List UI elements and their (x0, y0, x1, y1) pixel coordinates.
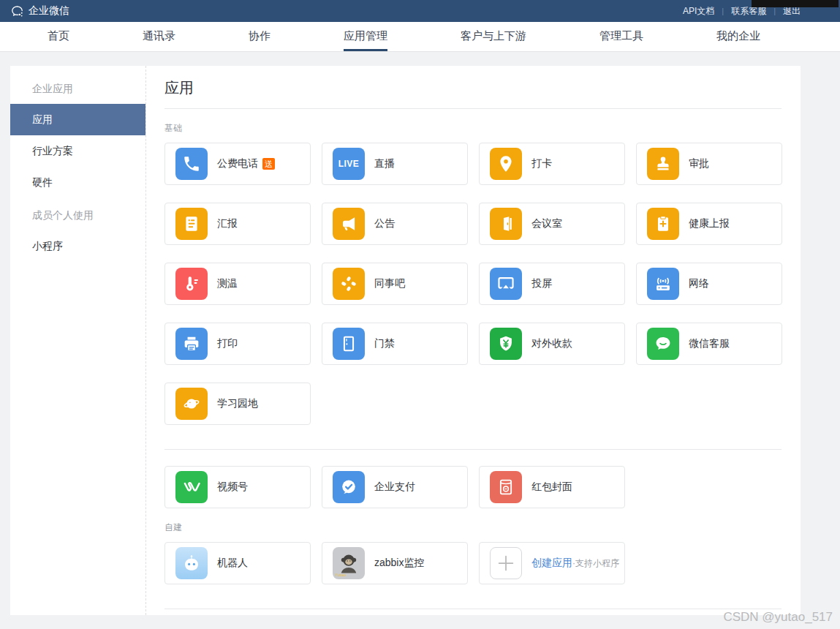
avatar-caption: Yutao (335, 573, 346, 577)
title-divider (164, 108, 782, 109)
app-grid: 公费电话送LIVE直播打卡审批汇报公告会议室健康上报测温同事吧投屏网络打印门禁对… (164, 143, 782, 425)
router-icon (647, 268, 679, 300)
report-doc-icon (175, 208, 208, 240)
watermark: CSDN @yutao_517 (723, 610, 833, 625)
page-title: 应用 (164, 66, 782, 98)
sidebar-item-1-2[interactable]: 行业方案 (10, 135, 145, 167)
nav-tab-4[interactable]: 应用管理 (344, 22, 387, 51)
app-label: 创建应用 (531, 557, 572, 570)
app-card-robot[interactable]: 机器人 (164, 542, 311, 584)
app-label: 红包封面 (531, 481, 572, 494)
app-card-screen-cast[interactable]: 投屏 (479, 263, 625, 305)
app-label: 机器人 (217, 557, 248, 570)
create-app-suffix: ·支持小程序 (572, 557, 619, 570)
app-card-stamp[interactable]: 审批 (636, 143, 782, 185)
app-label: zabbix监控 (374, 557, 424, 570)
app-label: 公告 (374, 217, 395, 230)
sidebar-item-2-1[interactable]: 小程序 (10, 230, 145, 262)
clipboard-plus-icon (647, 208, 679, 240)
app-card-pinwheel[interactable]: 同事吧 (322, 263, 468, 305)
robot-icon (175, 547, 208, 579)
app-card-shield-yuan[interactable]: 对外收款 (479, 323, 625, 365)
main-nav: 首页通讯录协作应用管理客户与上下游管理工具我的企业 (0, 22, 840, 52)
pinwheel-icon (333, 268, 365, 300)
app-card-red-envelope[interactable]: 红包封面 (479, 466, 625, 508)
nav-tab-5[interactable]: 客户与上下游 (461, 22, 526, 51)
app-grid: 视频号企业支付红包封面 (164, 466, 782, 508)
channels-icon (175, 471, 208, 503)
app-card-printer[interactable]: 打印 (164, 323, 311, 365)
app-section-3: 自建机器人Yutaozabbix监控创建应用·支持小程序 (164, 521, 782, 584)
app-card-door[interactable]: 门禁 (322, 323, 468, 365)
door-open-icon (490, 208, 522, 240)
app-card-megaphone[interactable]: 公告 (322, 203, 468, 245)
sidebar-group-header-1: 企业应用 (10, 75, 145, 104)
app-card-phone[interactable]: 公费电话送 (164, 143, 311, 185)
nav-tab-3[interactable]: 协作 (249, 22, 270, 51)
nav-tab-2[interactable]: 通讯录 (143, 22, 175, 51)
section-divider (164, 609, 782, 609)
topbar: 企业微信 API文档|联系客服|退出 (0, 0, 840, 22)
section-label: 自建 (164, 521, 782, 534)
custom-avatar-icon: Yutao (333, 547, 365, 579)
app-card-door-open[interactable]: 会议室 (479, 203, 625, 245)
sidebar-menu: 企业应用应用行业方案硬件成员个人使用小程序 (10, 66, 145, 615)
shield-yuan-icon (490, 328, 522, 360)
printer-icon (175, 328, 208, 360)
content: 企业应用应用行业方案硬件成员个人使用小程序 应用 基础公费电话送LIVE直播打卡… (10, 66, 801, 615)
app-label: 打卡 (531, 157, 552, 170)
app-card-custom-avatar[interactable]: Yutaozabbix监控 (322, 542, 468, 584)
app-label: 直播 (374, 157, 395, 170)
app-card-planet[interactable]: 学习园地 (164, 383, 311, 425)
brand[interactable]: 企业微信 (10, 4, 69, 18)
create-app-card[interactable]: 创建应用·支持小程序 (479, 542, 625, 584)
nav-tab-7[interactable]: 我的企业 (716, 22, 760, 51)
phone-icon (175, 148, 208, 180)
app-label: 审批 (689, 157, 709, 170)
browser-artifact-bar (752, 0, 839, 7)
app-card-live[interactable]: LIVE直播 (322, 143, 468, 185)
app-section-2: 视频号企业支付红包封面 (164, 466, 782, 508)
gift-badge: 送 (262, 158, 275, 170)
nav-tab-1[interactable]: 首页 (48, 22, 69, 51)
screen-cast-icon (490, 268, 522, 300)
app-card-clipboard-plus[interactable]: 健康上报 (636, 203, 782, 245)
nav-tab-6[interactable]: 管理工具 (599, 22, 643, 51)
app-label: 视频号 (217, 481, 248, 494)
chat-bubble-icon (647, 328, 679, 360)
app-label: 同事吧 (374, 277, 405, 290)
red-envelope-icon (490, 471, 522, 503)
app-card-report-doc[interactable]: 汇报 (164, 203, 311, 245)
app-card-router[interactable]: 网络 (636, 263, 782, 305)
app-label: 门禁 (374, 337, 395, 350)
app-section-1: 基础公费电话送LIVE直播打卡审批汇报公告会议室健康上报测温同事吧投屏网络打印门… (164, 122, 782, 425)
sidebar-item-1-1[interactable]: 应用 (10, 104, 145, 135)
app-label: 公费电话 (217, 157, 258, 170)
sidebar-group-header-2: 成员个人使用 (10, 201, 145, 230)
app-label: 网络 (689, 277, 709, 290)
section-divider (164, 449, 782, 450)
app-label: 对外收款 (531, 337, 572, 350)
app-label: 打印 (217, 337, 238, 350)
app-card-pay-check[interactable]: 企业支付 (322, 466, 468, 508)
app-label: 企业支付 (374, 481, 415, 494)
door-icon (333, 328, 365, 360)
live-icon: LIVE (333, 148, 365, 180)
location-pin-icon (490, 148, 522, 180)
app-label: 会议室 (531, 217, 562, 230)
plus-icon (490, 547, 522, 579)
app-card-thermometer[interactable]: 测温 (164, 263, 311, 305)
section-label: 基础 (164, 122, 782, 135)
app-grid: 机器人Yutaozabbix监控创建应用·支持小程序 (164, 542, 782, 584)
wecom-logo-icon (10, 4, 24, 18)
megaphone-icon (333, 208, 365, 240)
app-card-chat-bubble[interactable]: 微信客服 (636, 323, 782, 365)
topbar-link-1[interactable]: API文档 (683, 5, 714, 18)
main-panel: 应用 基础公费电话送LIVE直播打卡审批汇报公告会议室健康上报测温同事吧投屏网络… (145, 66, 801, 615)
app-label: 投屏 (531, 277, 552, 290)
pay-check-icon (333, 471, 365, 503)
app-card-location-pin[interactable]: 打卡 (479, 143, 625, 185)
app-card-channels[interactable]: 视频号 (164, 466, 311, 508)
sidebar-item-1-3[interactable]: 硬件 (10, 167, 145, 198)
app-label: 测温 (217, 277, 238, 290)
